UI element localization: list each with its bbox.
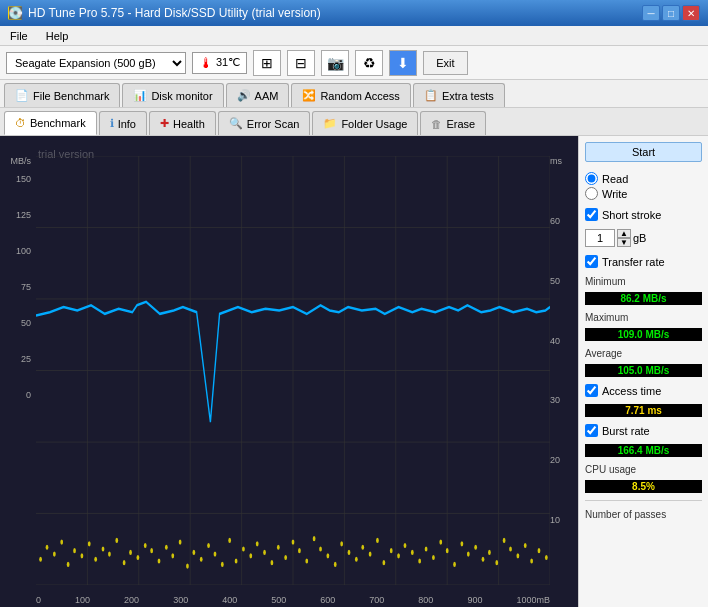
- drive-selector[interactable]: Seagate Expansion (500 gB): [6, 52, 186, 74]
- svg-point-21: [67, 562, 70, 567]
- info-icon: ℹ: [110, 117, 114, 130]
- short-stroke-checkbox[interactable]: [585, 208, 598, 221]
- short-stroke-row[interactable]: Short stroke: [585, 208, 702, 221]
- read-option[interactable]: Read: [585, 172, 702, 185]
- error-scan-icon: 🔍: [229, 117, 243, 130]
- minimum-label: Minimum: [585, 276, 702, 287]
- menu-help[interactable]: Help: [42, 30, 73, 42]
- tab-file-benchmark[interactable]: 📄 File Benchmark: [4, 83, 120, 107]
- toolbar-btn-4[interactable]: ♻: [355, 50, 383, 76]
- svg-point-60: [340, 541, 343, 546]
- svg-point-55: [305, 558, 308, 563]
- panel-divider: [585, 500, 702, 501]
- svg-point-32: [144, 543, 147, 548]
- tab-error-scan[interactable]: 🔍 Error Scan: [218, 111, 311, 135]
- svg-point-18: [46, 545, 49, 550]
- burst-rate-value: 166.4 MB/s: [585, 444, 702, 457]
- tab-random-access[interactable]: 🔀 Random Access: [291, 83, 410, 107]
- svg-point-87: [530, 558, 533, 563]
- svg-point-57: [319, 546, 322, 551]
- svg-point-74: [439, 540, 442, 545]
- burst-rate-row[interactable]: Burst rate: [585, 424, 702, 437]
- svg-point-17: [39, 557, 42, 562]
- access-time-row[interactable]: Access time: [585, 384, 702, 397]
- svg-point-47: [249, 553, 252, 558]
- svg-point-54: [298, 548, 301, 553]
- tab-folder-usage[interactable]: 📁 Folder Usage: [312, 111, 418, 135]
- random-access-icon: 🔀: [302, 89, 316, 102]
- svg-point-69: [404, 543, 407, 548]
- gb-spin-buttons: ▲ ▼: [617, 229, 631, 247]
- svg-point-37: [179, 540, 182, 545]
- close-button[interactable]: ✕: [682, 5, 700, 21]
- svg-point-78: [467, 552, 470, 557]
- gb-input[interactable]: [585, 229, 615, 247]
- svg-point-40: [200, 557, 203, 562]
- average-label: Average: [585, 348, 702, 359]
- tab-health[interactable]: ✚ Health: [149, 111, 216, 135]
- svg-point-44: [228, 538, 231, 543]
- toolbar-btn-5[interactable]: ⬇: [389, 50, 417, 76]
- svg-point-86: [524, 543, 527, 548]
- svg-point-51: [277, 545, 280, 550]
- svg-point-85: [516, 553, 519, 558]
- toolbar-btn-2[interactable]: ⊟: [287, 50, 315, 76]
- svg-point-33: [150, 548, 153, 553]
- gb-spin-down[interactable]: ▼: [617, 238, 631, 247]
- svg-point-67: [390, 548, 393, 553]
- tab-row-2: ⏱ Benchmark ℹ Info ✚ Health 🔍 Error Scan…: [0, 108, 708, 136]
- write-radio[interactable]: [585, 187, 598, 200]
- maximize-button[interactable]: □: [662, 5, 680, 21]
- tab-extra-tests[interactable]: 📋 Extra tests: [413, 83, 505, 107]
- tab-erase[interactable]: 🗑 Erase: [420, 111, 486, 135]
- svg-point-34: [158, 558, 161, 563]
- svg-point-80: [482, 557, 485, 562]
- svg-point-81: [488, 550, 491, 555]
- svg-point-45: [235, 558, 238, 563]
- svg-point-75: [446, 548, 449, 553]
- svg-point-76: [453, 562, 456, 567]
- svg-point-89: [545, 555, 548, 560]
- svg-point-56: [313, 536, 316, 541]
- svg-point-83: [503, 538, 506, 543]
- write-option[interactable]: Write: [585, 187, 702, 200]
- svg-point-49: [263, 550, 266, 555]
- benchmark-chart: [36, 156, 550, 585]
- svg-point-28: [115, 538, 118, 543]
- exit-button[interactable]: Exit: [423, 51, 467, 75]
- svg-point-22: [73, 548, 76, 553]
- y-axis-right: ms 60 50 40 30 20 10: [550, 156, 576, 585]
- x-axis: 0 100 200 300 400 500 600 700 800 900 10…: [36, 595, 550, 605]
- svg-point-65: [376, 538, 379, 543]
- transfer-rate-checkbox[interactable]: [585, 255, 598, 268]
- svg-point-46: [242, 546, 245, 551]
- svg-point-73: [432, 555, 435, 560]
- toolbar-btn-1[interactable]: ⊞: [253, 50, 281, 76]
- svg-point-88: [538, 548, 541, 553]
- cpu-usage-label: CPU usage: [585, 464, 702, 475]
- svg-point-42: [214, 552, 217, 557]
- svg-point-84: [509, 546, 512, 551]
- svg-point-52: [284, 555, 287, 560]
- start-button[interactable]: Start: [585, 142, 702, 162]
- svg-point-41: [207, 543, 210, 548]
- svg-point-36: [171, 553, 174, 558]
- average-value: 105.0 MB/s: [585, 364, 702, 377]
- burst-rate-checkbox[interactable]: [585, 424, 598, 437]
- gb-spin-up[interactable]: ▲: [617, 229, 631, 238]
- tab-aam[interactable]: 🔊 AAM: [226, 83, 290, 107]
- svg-point-63: [361, 545, 364, 550]
- tab-disk-monitor[interactable]: 📊 Disk monitor: [122, 83, 223, 107]
- transfer-rate-row[interactable]: Transfer rate: [585, 255, 702, 268]
- svg-point-68: [397, 553, 400, 558]
- extra-tests-icon: 📋: [424, 89, 438, 102]
- title-controls[interactable]: ─ □ ✕: [642, 5, 700, 21]
- minimize-button[interactable]: ─: [642, 5, 660, 21]
- toolbar: Seagate Expansion (500 gB) 🌡 31℃ ⊞ ⊟ 📷 ♻…: [0, 46, 708, 80]
- access-time-checkbox[interactable]: [585, 384, 598, 397]
- tab-info[interactable]: ℹ Info: [99, 111, 147, 135]
- tab-benchmark[interactable]: ⏱ Benchmark: [4, 111, 97, 135]
- read-radio[interactable]: [585, 172, 598, 185]
- menu-file[interactable]: File: [6, 30, 32, 42]
- toolbar-btn-3[interactable]: 📷: [321, 50, 349, 76]
